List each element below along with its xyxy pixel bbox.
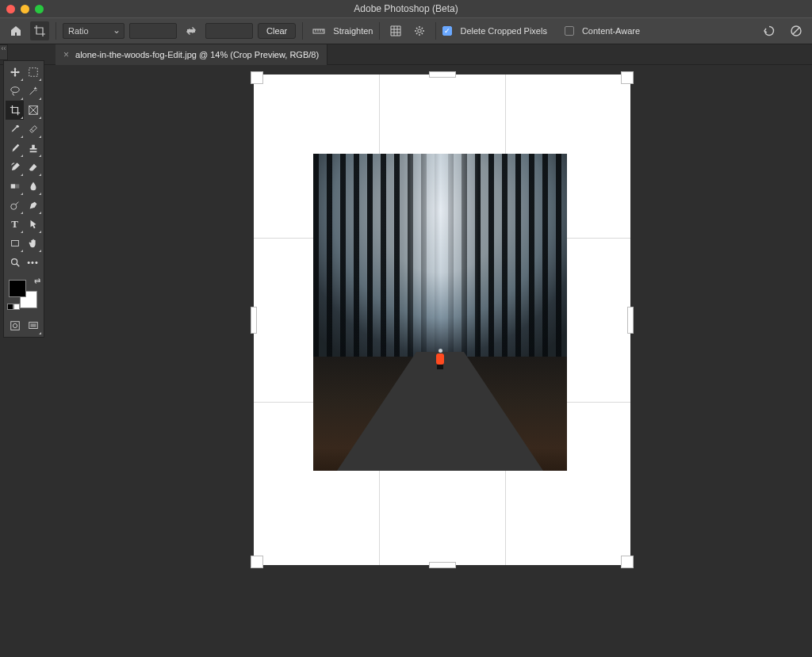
marquee-tool[interactable] — [24, 63, 42, 82]
document-tab[interactable]: × alone-in-the-woods-fog-Edit.jpg @ 14% … — [56, 44, 327, 65]
delete-cropped-checkbox[interactable] — [442, 26, 452, 36]
type-icon: T — [11, 218, 18, 231]
pen-tool[interactable] — [24, 196, 42, 215]
straighten-button[interactable] — [309, 21, 328, 40]
color-swatches: ⇄ — [6, 277, 44, 310]
screen-mode-button[interactable] — [24, 316, 42, 335]
crop-handle-top-left[interactable] — [251, 71, 263, 84]
crop-icon — [33, 25, 46, 37]
ruler-icon — [312, 25, 325, 37]
hand-tool[interactable] — [24, 234, 42, 253]
cancel-icon — [790, 25, 802, 37]
move-tool[interactable] — [6, 63, 24, 82]
brush-tool[interactable] — [6, 139, 24, 158]
overlay-options-button[interactable] — [386, 21, 405, 40]
shape-tool[interactable] — [6, 234, 24, 253]
eraser-icon — [28, 162, 39, 173]
zoom-window-button[interactable] — [35, 5, 44, 13]
svg-point-7 — [10, 204, 16, 209]
eraser-tool[interactable] — [24, 158, 42, 177]
ellipsis-icon: ••• — [27, 258, 39, 267]
crop-tool-icon — [10, 105, 21, 116]
quick-mask-button[interactable] — [6, 316, 24, 335]
delete-cropped-label: Delete Cropped Pixels — [460, 26, 546, 36]
screen-icon — [28, 320, 39, 331]
lasso-tool[interactable] — [6, 82, 24, 101]
photo-trees — [440, 154, 567, 357]
eyedropper-tool[interactable] — [6, 120, 24, 139]
clear-button[interactable]: Clear — [258, 23, 296, 39]
tool-indicator[interactable] — [30, 21, 49, 40]
svg-rect-6 — [10, 184, 14, 188]
crop-settings-button[interactable] — [410, 21, 429, 40]
crop-tool[interactable] — [6, 101, 24, 120]
blur-tool[interactable] — [24, 177, 42, 196]
crop-handle-top-right[interactable] — [621, 71, 634, 84]
type-tool[interactable]: T — [6, 215, 24, 234]
crop-handle-left[interactable] — [251, 307, 257, 334]
cancel-crop-button[interactable] — [787, 21, 806, 40]
gradient-icon — [10, 181, 21, 192]
pen-icon — [28, 200, 39, 211]
healing-tool[interactable] — [24, 120, 42, 139]
crop-handle-top[interactable] — [429, 71, 456, 78]
collapsed-panel-toggle[interactable]: ‹‹ — [0, 44, 8, 60]
content-aware-checkbox[interactable] — [565, 26, 574, 36]
ratio-preset-dropdown[interactable]: Ratio — [63, 23, 124, 39]
dodge-tool[interactable] — [6, 196, 24, 215]
window-controls — [6, 5, 44, 13]
history-brush-icon — [10, 162, 21, 173]
svg-rect-13 — [30, 323, 36, 327]
swap-dimensions-button[interactable] — [182, 21, 201, 40]
gradient-tool[interactable] — [6, 177, 24, 196]
crop-handle-right[interactable] — [627, 307, 634, 334]
stamp-icon — [28, 143, 39, 154]
svg-rect-10 — [10, 322, 19, 330]
dodge-icon — [10, 200, 21, 211]
drop-icon — [28, 181, 39, 192]
frame-tool[interactable] — [24, 101, 42, 120]
document-tab-bar: × alone-in-the-woods-fog-Edit.jpg @ 14% … — [0, 44, 812, 65]
move-icon — [10, 67, 21, 78]
home-button[interactable] — [6, 21, 25, 40]
crop-height-input[interactable] — [205, 23, 253, 39]
svg-point-1 — [418, 29, 421, 32]
close-tab-button[interactable]: × — [63, 49, 69, 60]
quick-select-tool[interactable] — [24, 82, 42, 101]
history-brush-tool[interactable] — [6, 158, 24, 177]
brush-icon — [10, 143, 21, 154]
swap-colors-button[interactable]: ⇄ — [34, 277, 40, 285]
home-icon — [10, 25, 22, 37]
straighten-label: Straighten — [333, 26, 373, 36]
stamp-tool[interactable] — [24, 139, 42, 158]
photo-road — [337, 352, 543, 471]
crop-handle-bottom[interactable] — [429, 562, 456, 568]
photo-person — [435, 349, 445, 366]
gear-icon — [414, 25, 425, 36]
swap-icon — [186, 25, 197, 36]
foreground-color[interactable] — [9, 280, 26, 297]
document-tab-label: alone-in-the-woods-fog-Edit.jpg @ 14% (C… — [75, 50, 319, 59]
crop-handle-bottom-right[interactable] — [621, 556, 634, 568]
document-image — [313, 154, 567, 471]
zoom-tool[interactable] — [6, 253, 24, 272]
svg-point-9 — [11, 259, 17, 265]
wand-icon — [28, 86, 39, 97]
hand-icon — [28, 238, 39, 249]
app-title: Adobe Photoshop (Beta) — [354, 3, 458, 14]
crop-handle-bottom-left[interactable] — [251, 556, 263, 568]
eyedropper-icon — [10, 124, 21, 135]
minimize-window-button[interactable] — [21, 5, 29, 13]
rectangle-icon — [10, 238, 21, 249]
photo-trees — [313, 154, 440, 357]
marquee-icon — [28, 67, 39, 78]
path-select-tool[interactable] — [24, 215, 42, 234]
crop-width-input[interactable] — [129, 23, 177, 39]
edit-toolbar-button[interactable]: ••• — [24, 253, 42, 272]
undo-icon — [763, 25, 776, 37]
grid-icon — [390, 25, 401, 36]
reset-crop-button[interactable] — [760, 21, 779, 40]
close-window-button[interactable] — [6, 5, 15, 13]
default-colors-button[interactable] — [7, 304, 20, 310]
magnifier-icon — [10, 257, 21, 268]
